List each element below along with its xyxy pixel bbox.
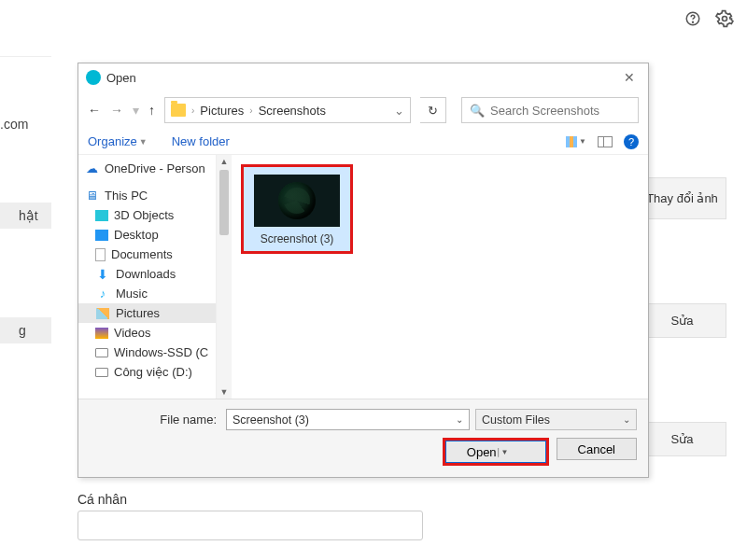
dialog-title: Open	[106, 71, 136, 85]
tree-item-label: 3D Objects	[114, 208, 174, 222]
section-personal: Cá nhân	[78, 492, 423, 507]
tree-item-label: Documents	[111, 247, 173, 261]
doc-icon	[95, 248, 106, 261]
tree-item-documents[interactable]: Documents	[78, 245, 216, 264]
folder-icon	[171, 104, 186, 117]
background-right: Thay đổi ảnh Sửa Sửa	[638, 177, 726, 456]
nav-arrows: ← → ▾ ↑	[88, 103, 155, 118]
tree-item-this-pc[interactable]: 🖥This PC	[78, 186, 216, 205]
tree-item-downloads[interactable]: ⬇Downloads	[78, 264, 216, 284]
edit-button-1[interactable]: Sửa	[638, 303, 726, 338]
disk-icon	[95, 348, 108, 357]
dialog-titlebar: Open ✕	[78, 63, 648, 91]
personal-input[interactable]	[78, 511, 423, 540]
preview-pane-button[interactable]	[598, 136, 613, 147]
breadcrumb[interactable]: Pictures	[200, 104, 244, 118]
cloud-icon: ☁	[84, 162, 99, 175]
file-list[interactable]: Screenshot (3)	[232, 155, 648, 399]
vid-icon	[95, 328, 108, 339]
nav-forward-icon: →	[110, 103, 123, 118]
blue-icon	[95, 230, 108, 241]
file-type-filter[interactable]: Custom Files ⌄	[475, 409, 637, 430]
tree-item-3d-objects[interactable]: 3D Objects	[78, 205, 216, 225]
toolbar: Organize ▼ New folder ▼ ?	[78, 129, 648, 155]
nav-back-icon[interactable]: ←	[88, 103, 101, 118]
tree-item-label: Music	[116, 287, 148, 301]
breadcrumb[interactable]: Screenshots	[259, 104, 326, 118]
organize-menu[interactable]: Organize ▼	[88, 134, 148, 148]
tree-item-label: OneDrive - Person	[105, 161, 205, 175]
open-button-highlight: Open│▼	[443, 438, 549, 466]
search-input[interactable]	[490, 104, 630, 118]
svg-point-1	[693, 21, 694, 22]
cyan-icon	[95, 210, 108, 221]
tree-item-label: Downloads	[116, 267, 176, 281]
edit-button-2[interactable]: Sửa	[638, 422, 726, 456]
file-label: Screenshot (3)	[261, 232, 334, 245]
tree-item-videos[interactable]: Videos	[78, 323, 216, 343]
file-thumbnail	[254, 175, 340, 227]
view-mode-button[interactable]: ▼	[566, 136, 586, 147]
tree-item-desktop[interactable]: Desktop	[78, 225, 216, 245]
search-box[interactable]: 🔍	[461, 97, 639, 123]
chevron-down-icon[interactable]: ⌄	[623, 414, 630, 425]
chevron-down-icon[interactable]: ⌄	[456, 414, 463, 425]
chevron-down-icon[interactable]: ⌄	[394, 104, 404, 118]
background-left: .com hật g	[0, 47, 51, 343]
filename-label: File name:	[90, 413, 220, 427]
tree-item-label: Pictures	[116, 306, 160, 320]
app-icon	[86, 70, 101, 85]
svg-point-2	[723, 17, 727, 21]
nav-bar: ← → ▾ ↑ › Pictures › Screenshots ⌄ ↻ 🔍	[78, 91, 648, 129]
tree-scrollbar[interactable]: ▲ ▼	[217, 155, 232, 399]
close-button[interactable]: ✕	[618, 70, 641, 85]
tree-item-label: This PC	[105, 189, 148, 203]
address-bar[interactable]: › Pictures › Screenshots ⌄	[164, 97, 411, 123]
tree-item-onedrive-person[interactable]: ☁OneDrive - Person	[78, 159, 216, 178]
tree-item-label: Công việc (D:)	[114, 365, 192, 379]
tree-item-label: Windows-SSD (C	[114, 345, 208, 359]
tree-item-pictures[interactable]: Pictures	[78, 303, 216, 323]
settings-icon[interactable]	[715, 9, 734, 28]
tree-item-label: Desktop	[114, 228, 159, 242]
tree-item-windows-ssd-c[interactable]: Windows-SSD (C	[78, 343, 216, 362]
search-icon: 🔍	[470, 104, 485, 118]
nav-up-icon[interactable]: ↑	[148, 103, 155, 118]
new-folder-button[interactable]: New folder	[172, 134, 230, 148]
open-button[interactable]: Open│▼	[445, 441, 546, 463]
dialog-help-icon[interactable]: ?	[624, 134, 639, 149]
change-image-button[interactable]: Thay đổi ảnh	[638, 177, 726, 219]
pic-icon	[95, 307, 110, 320]
file-item-selected[interactable]: Screenshot (3)	[241, 164, 353, 254]
tree-item-c-ng-vi-c-d-[interactable]: Công việc (D:)	[78, 362, 216, 382]
cancel-button[interactable]: Cancel	[557, 438, 637, 460]
refresh-button[interactable]: ↻	[420, 97, 446, 123]
pc-icon: 🖥	[84, 189, 99, 203]
background-bottom: Cá nhân Ngôn ngữ	[78, 492, 423, 560]
music-icon: ♪	[95, 287, 110, 301]
tree-item-label: Videos	[114, 326, 151, 340]
disk2-icon	[95, 368, 108, 377]
open-file-dialog: Open ✕ ← → ▾ ↑ › Pictures › Screenshots …	[78, 63, 649, 478]
dl-icon: ⬇	[95, 268, 110, 281]
tree-item-music[interactable]: ♪Music	[78, 284, 216, 303]
filename-input[interactable]: Screenshot (3) ⌄	[226, 409, 470, 430]
nav-tree: ☁OneDrive - Person🖥This PC3D ObjectsDesk…	[78, 155, 217, 399]
help-icon[interactable]	[684, 9, 702, 28]
dialog-footer: File name: Screenshot (3) ⌄ Custom Files…	[78, 399, 648, 477]
